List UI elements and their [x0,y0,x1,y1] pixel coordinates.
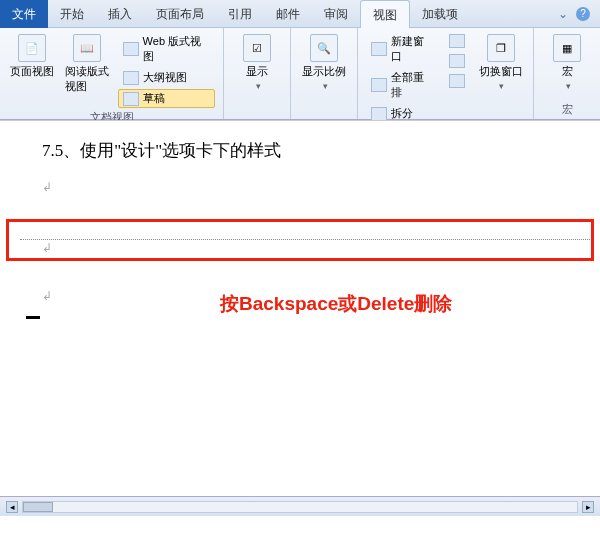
tab-file[interactable]: 文件 [0,0,48,28]
dotted-line [20,239,590,240]
tab-review[interactable]: 审阅 [312,0,360,28]
scroll-right-button[interactable]: ▸ [582,501,594,513]
switch-window-button[interactable]: ❐ 切换窗口 ▾ [476,32,525,93]
read-view-label: 阅读版式视图 [65,64,110,94]
paragraph-mark: ↲ [42,289,52,303]
arrange-all-button[interactable]: 全部重排 [366,68,438,102]
status-bar: ◂ ▸ [0,496,600,516]
zoom-button[interactable]: 🔍 显示比例 ▾ [299,32,349,93]
reset-pos-button[interactable] [444,72,470,90]
annotation-text: 按Backspace或Delete删除 [220,291,452,317]
tab-addins[interactable]: 加载项 [410,0,470,28]
group-macro-label: 宏 [542,100,592,117]
view-side-button[interactable] [444,32,470,50]
web-view-button[interactable]: Web 版式视图 [118,32,215,66]
arrange-all-label: 全部重排 [391,70,433,100]
minimize-ribbon-icon[interactable]: ⌄ [558,7,568,21]
show-label: 显示 [246,64,268,79]
arrange-all-icon [371,78,387,92]
web-view-icon [123,42,139,56]
draft-view-button[interactable]: 草稿 [118,89,215,108]
group-window: 新建窗口 全部重排 拆分 ❐ 切换窗口 ▾ 窗口 [358,28,534,119]
read-view-icon: 📖 [73,34,101,62]
help-icon[interactable]: ? [576,7,590,21]
read-view-button[interactable]: 📖 阅读版式视图 [63,32,112,96]
tab-home[interactable]: 开始 [48,0,96,28]
switch-window-icon: ❐ [487,34,515,62]
sync-scroll-icon [449,54,465,68]
chevron-down-icon: ▾ [499,81,504,91]
side-by-side-icon [449,34,465,48]
new-window-icon [371,42,387,56]
scroll-left-button[interactable]: ◂ [6,501,18,513]
draft-icon [123,92,139,106]
switch-window-label: 切换窗口 [479,64,523,79]
horizontal-scrollbar[interactable] [22,501,578,513]
web-view-label: Web 版式视图 [143,34,211,64]
draft-label: 草稿 [143,91,165,106]
reset-pos-icon [449,74,465,88]
tab-view[interactable]: 视图 [360,0,410,28]
zoom-icon: 🔍 [310,34,338,62]
highlight-box [6,219,594,261]
group-show: ☑ 显示 ▾ [224,28,291,119]
sync-scroll-button[interactable] [444,52,470,70]
group-zoom-label [299,115,349,117]
tab-insert[interactable]: 插入 [96,0,144,28]
split-icon [371,107,387,121]
split-label: 拆分 [391,106,413,121]
show-icon: ☑ [243,34,271,62]
macro-label: 宏 [562,64,573,79]
macro-icon: ▦ [553,34,581,62]
new-window-button[interactable]: 新建窗口 [366,32,438,66]
page-view-icon: 📄 [18,34,46,62]
document-heading: 7.5、使用"设计"选项卡下的样式 [42,139,570,162]
macro-button[interactable]: ▦ 宏 ▾ [542,32,592,93]
page-view-button[interactable]: 📄 页面视图 [8,32,57,81]
outline-label: 大纲视图 [143,70,187,85]
paragraph-mark: ↲ [42,180,570,195]
chevron-down-icon: ▾ [323,81,328,91]
group-macro: ▦ 宏 ▾ 宏 [534,28,600,119]
chevron-down-icon: ▾ [256,81,261,91]
show-button[interactable]: ☑ 显示 ▾ [232,32,282,93]
text-cursor [26,316,40,319]
document-area[interactable]: 7.5、使用"设计"选项卡下的样式 ↲ 按Backspace或Delete删除 … [0,120,600,516]
tab-references[interactable]: 引用 [216,0,264,28]
paragraph-mark: ↲ [42,241,52,255]
group-document-views: 📄 页面视图 📖 阅读版式视图 Web 版式视图 大纲视图 草稿 文档视图 [0,28,224,119]
chevron-down-icon: ▾ [566,81,571,91]
group-show-label [232,115,282,117]
tab-layout[interactable]: 页面布局 [144,0,216,28]
outline-icon [123,71,139,85]
scroll-thumb[interactable] [23,502,53,512]
zoom-label: 显示比例 [302,64,346,79]
tab-mail[interactable]: 邮件 [264,0,312,28]
page-view-label: 页面视图 [10,64,54,79]
new-window-label: 新建窗口 [391,34,433,64]
group-zoom: 🔍 显示比例 ▾ [291,28,358,119]
outline-view-button[interactable]: 大纲视图 [118,68,215,87]
